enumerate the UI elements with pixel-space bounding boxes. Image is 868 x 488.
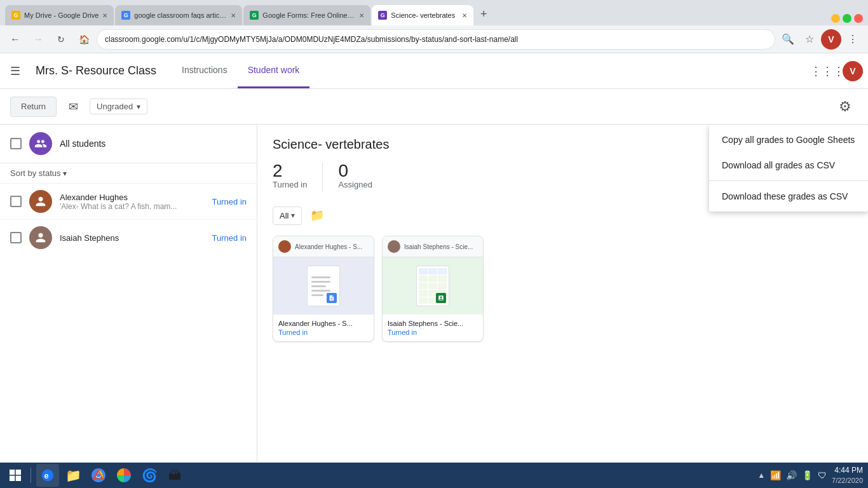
address-bar[interactable]: [97, 29, 775, 50]
stat-assigned-label: Assigned: [338, 180, 372, 189]
tab3-favicon: G: [250, 11, 259, 20]
search-icon[interactable]: 🔍: [778, 29, 798, 50]
forward-button[interactable]: →: [28, 29, 48, 50]
student1-checkbox[interactable]: [10, 196, 22, 207]
grade-filter-select[interactable]: Ungraded ▾: [90, 98, 147, 114]
card2-avatar: [388, 240, 400, 253]
work-card-1[interactable]: Alexander Hughes - S...: [273, 236, 374, 342]
sort-arrow-icon: ▾: [63, 169, 67, 178]
account-avatar[interactable]: V: [843, 61, 863, 81]
student1-info: Alexander Hughes 'Alex- What is a cat? A…: [60, 193, 205, 211]
app-header: ☰ Mrs. S- Resource Class Instructions St…: [0, 53, 868, 89]
reload-button[interactable]: ↻: [51, 29, 71, 50]
stat-assigned: 0 Assigned: [338, 162, 372, 189]
card2-footer: Isaiah Stephens - Scie... Turned in: [383, 315, 483, 341]
doc-icon-1: [307, 266, 340, 306]
return-button[interactable]: Return: [10, 97, 57, 117]
student-row-2[interactable]: Isaiah Stephens Turned in: [0, 219, 257, 255]
student1-avatar: [29, 190, 52, 213]
browser-tab-2[interactable]: G google classroom faqs article.do... ✕: [115, 5, 242, 25]
card1-footer: Alexander Hughes - S... Turned in: [273, 315, 374, 341]
tab1-close[interactable]: ✕: [102, 12, 107, 19]
all-students-row[interactable]: All students: [0, 125, 257, 163]
student2-name: Isaiah Stephens: [60, 233, 205, 243]
tab4-favicon: G: [378, 11, 387, 20]
stat-divider: [322, 162, 323, 193]
student2-checkbox[interactable]: [10, 232, 22, 243]
tab1-favicon: G: [11, 11, 20, 20]
tab4-title: Science- vertebrates: [391, 11, 458, 19]
browser-tab-4[interactable]: G Science- vertebrates ✕: [372, 5, 473, 25]
nav-instructions[interactable]: Instructions: [172, 53, 238, 88]
sort-row[interactable]: Sort by status ▾: [0, 163, 257, 183]
gear-settings-button[interactable]: ⚙: [832, 94, 858, 119]
right-panel: Science- vertebrates 2 Turned in 0 Assig…: [257, 125, 868, 463]
email-button[interactable]: ✉: [62, 95, 85, 118]
back-button[interactable]: ←: [5, 29, 25, 50]
student1-note: 'Alex- What is a cat? A fish, mam...: [60, 202, 205, 211]
card2-status: Turned in: [388, 329, 478, 336]
nav-student-work[interactable]: Student work: [238, 53, 310, 88]
browser-tab-1[interactable]: G My Drive - Google Drive ✕: [5, 5, 114, 25]
work-card-2[interactable]: Isaiah Stephens - Scie...: [382, 236, 484, 342]
filter-all-select[interactable]: All ▾: [273, 207, 302, 225]
card2-file-name: Isaiah Stephens - Scie...: [388, 320, 478, 327]
browser-tab-3[interactable]: G Google Forms: Free Online Surve... ✕: [243, 5, 370, 25]
doc-badge-1: [327, 293, 337, 303]
tab2-close[interactable]: ✕: [231, 12, 236, 19]
sheets-badge-2: [436, 293, 446, 303]
window-controls: [831, 14, 863, 23]
more-options-icon[interactable]: ⋮: [843, 29, 863, 50]
browser-right-icons: 🔍 ☆ V ⋮: [778, 29, 863, 50]
card1-preview: [273, 257, 374, 315]
group-icon: [34, 137, 47, 150]
close-button[interactable]: [854, 14, 863, 23]
tab1-title: My Drive - Google Drive: [24, 11, 98, 19]
home-button[interactable]: 🏠: [74, 29, 94, 50]
student-row-1[interactable]: Alexander Hughes 'Alex- What is a cat? A…: [0, 183, 257, 219]
folder-button[interactable]: 📁: [307, 205, 327, 226]
header-right-icons: ⋮⋮⋮ V: [815, 53, 863, 88]
header-nav: Instructions Student work: [172, 53, 815, 88]
maximize-button[interactable]: [843, 14, 851, 23]
left-panel: All students Sort by status ▾ Alexander …: [0, 125, 257, 463]
card2-preview: [383, 257, 483, 315]
all-students-label: All students: [60, 139, 105, 149]
tab3-title: Google Forms: Free Online Surve...: [262, 11, 355, 19]
card1-student-name: Alexander Hughes - S...: [295, 243, 369, 250]
sort-label: Sort by status: [10, 168, 60, 178]
url-input[interactable]: [105, 35, 767, 44]
student2-avatar: [29, 226, 52, 249]
bookmark-icon[interactable]: ☆: [799, 29, 820, 50]
dropdown-menu: Copy all grades to Google Sheets Downloa…: [709, 125, 868, 212]
tab4-close[interactable]: ✕: [462, 12, 467, 19]
new-tab-button[interactable]: +: [475, 5, 492, 23]
work-cards: Alexander Hughes - S...: [273, 236, 853, 342]
dropdown-item-download-these[interactable]: Download these grades as CSV: [709, 184, 868, 209]
student2-info: Isaiah Stephens: [60, 233, 205, 243]
card1-header: Alexander Hughes - S...: [273, 236, 374, 257]
app-title: Mrs. S- Resource Class: [31, 53, 156, 88]
filter-arrow-icon: ▾: [291, 211, 295, 220]
card1-status: Turned in: [278, 329, 369, 336]
card1-file-name: Alexander Hughes - S...: [278, 320, 369, 327]
minimize-button[interactable]: [831, 14, 840, 23]
all-students-avatar: [29, 132, 52, 155]
dropdown-item-copy-grades[interactable]: Copy all grades to Google Sheets: [709, 127, 868, 152]
all-students-checkbox[interactable]: [10, 138, 22, 149]
grade-filter-arrow: ▾: [137, 102, 140, 111]
hamburger-button[interactable]: ☰: [0, 53, 31, 89]
student1-status: Turned in: [212, 197, 247, 207]
apps-button[interactable]: ⋮⋮⋮: [815, 58, 840, 84]
grade-filter-label: Ungraded: [97, 102, 133, 111]
student2-status: Turned in: [212, 233, 247, 243]
dropdown-divider: [709, 180, 868, 181]
card1-avatar: [278, 240, 291, 253]
browser-tabs-bar: G My Drive - Google Drive ✕ G google cla…: [0, 0, 868, 25]
dropdown-item-download-csv[interactable]: Download all grades as CSV: [709, 152, 868, 178]
filter-all-label: All: [280, 211, 288, 220]
stat-turned-in: 2 Turned in: [273, 162, 322, 189]
tab3-close[interactable]: ✕: [359, 12, 364, 19]
profile-button[interactable]: V: [821, 29, 841, 50]
sheets-icon-2: [416, 266, 449, 306]
